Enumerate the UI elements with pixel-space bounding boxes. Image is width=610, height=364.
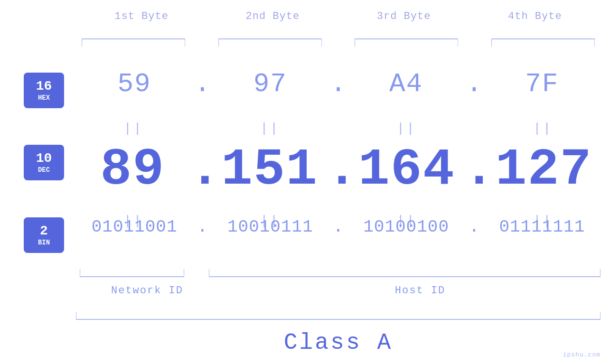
segment-labels: Network ID Host ID: [76, 285, 601, 297]
bin-val-1: 01011001: [76, 217, 193, 237]
dec-badge-number: 10: [36, 152, 52, 165]
eq-2: ||: [213, 121, 328, 136]
dot-hex-1: .: [193, 69, 212, 99]
bin-badge: 2 BIN: [24, 217, 64, 253]
dot-hex-2: .: [329, 69, 348, 99]
dec-val-2: 151: [213, 144, 327, 196]
dot-bin-1: .: [193, 217, 212, 237]
col-header-3: 3rd Byte: [338, 10, 469, 22]
bin-row: 01011001 . 10010111 . 10100100 . 0111111…: [76, 217, 601, 237]
bin-val-3: 10100100: [348, 217, 465, 237]
hex-badge: 16 HEX: [24, 73, 64, 108]
col-header-2: 2nd Byte: [207, 10, 338, 22]
dot-dec-2: .: [327, 140, 350, 199]
eq-4: ||: [486, 121, 601, 136]
hex-val-2: 97: [212, 69, 328, 99]
bin-badge-number: 2: [40, 224, 48, 238]
hex-badge-number: 16: [36, 80, 52, 93]
bracket-2: [213, 38, 328, 47]
watermark: ipshu.com: [563, 351, 601, 358]
bottom-brackets: [76, 268, 601, 278]
bracket-1: [76, 38, 191, 47]
col-header-4: 4th Byte: [469, 10, 601, 22]
hex-val-4: 7F: [484, 69, 601, 99]
dot-hex-3: .: [465, 69, 484, 99]
col-header-1: 1st Byte: [76, 10, 207, 22]
bin-val-2: 10010111: [212, 217, 328, 237]
bracket-4: [486, 38, 601, 47]
dec-val-3: 164: [350, 144, 464, 196]
host-id-label: Host ID: [240, 285, 601, 297]
dec-badge: 10 DEC: [24, 145, 64, 180]
dec-val-4: 127: [487, 144, 601, 196]
dec-badge-label: DEC: [38, 166, 50, 174]
dot-dec-1: .: [189, 140, 213, 199]
network-bracket: [76, 268, 188, 278]
bin-val-4: 01111111: [484, 217, 601, 237]
dot-dec-3: .: [463, 140, 487, 199]
column-headers: 1st Byte 2nd Byte 3rd Byte 4th Byte: [76, 10, 601, 22]
top-brackets: [76, 38, 601, 47]
dot-bin-2: .: [329, 217, 348, 237]
dot-bin-3: .: [465, 217, 484, 237]
network-id-label: Network ID: [76, 285, 218, 297]
hex-val-1: 59: [76, 69, 193, 99]
hex-badge-label: HEX: [38, 94, 50, 102]
bracket-3: [349, 38, 464, 47]
dec-row: 89 . 151 . 164 . 127: [76, 140, 601, 199]
bytes-area: 1st Byte 2nd Byte 3rd Byte 4th Byte: [76, 0, 601, 364]
dec-val-1: 89: [76, 144, 189, 196]
full-bottom-bracket: [76, 311, 601, 323]
host-bracket: [209, 268, 601, 278]
hex-val-3: A4: [348, 69, 465, 99]
equals-hex-dec-row: || || || ||: [76, 121, 601, 136]
hex-row: 59 . 97 . A4 . 7F: [76, 69, 601, 99]
eq-1: ||: [76, 121, 191, 136]
bin-badge-label: BIN: [38, 239, 50, 246]
eq-3: ||: [349, 121, 464, 136]
class-label: Class A: [76, 330, 601, 355]
